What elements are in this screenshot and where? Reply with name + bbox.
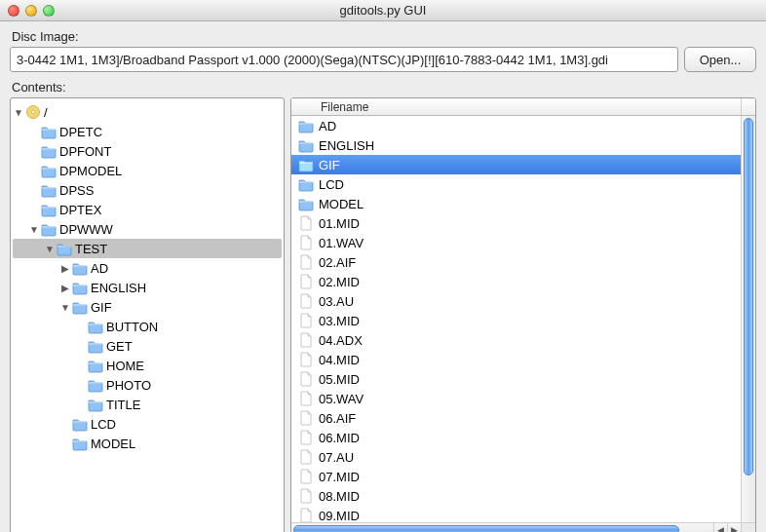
list-row[interactable]: 03.MID (291, 311, 741, 330)
file-icon (297, 313, 315, 328)
folder-icon (297, 176, 315, 192)
list-row[interactable]: LCD (291, 174, 741, 194)
contents-label: Contents: (12, 80, 756, 95)
scroll-corner (741, 522, 755, 532)
tree-node[interactable]: GET (13, 336, 282, 356)
file-icon (297, 449, 315, 465)
window-controls (0, 5, 55, 17)
list-row[interactable]: 07.AU (291, 447, 741, 467)
tree-node[interactable]: ▶ENGLISH (13, 278, 282, 297)
list-row-label: 08.MID (319, 489, 360, 504)
list-row[interactable]: 04.MID (291, 350, 741, 369)
folder-icon (297, 196, 315, 211)
tree-node[interactable]: PHOTO (13, 375, 282, 395)
list-row[interactable]: MODEL (291, 194, 741, 213)
folder-icon (87, 358, 104, 373)
list-row-label: 01.WAV (319, 236, 364, 250)
file-icon (297, 293, 315, 309)
folder-icon (40, 182, 57, 198)
horizontal-scrollbar[interactable]: ◀ ▶ (291, 522, 741, 532)
list-column-header-label: Filename (321, 100, 368, 114)
file-icon (297, 352, 315, 367)
disclosure-triangle-icon[interactable]: ▶ (59, 263, 71, 274)
disc-image-label: Disc Image: (12, 29, 756, 44)
list-row[interactable]: 02.MID (291, 272, 741, 291)
list-row-label: 06.MID (319, 431, 360, 445)
close-window-button[interactable] (8, 5, 19, 17)
tree-node[interactable]: ▼/ (13, 102, 282, 122)
tree-node[interactable]: TITLE (13, 395, 282, 414)
disc-image-path-field[interactable]: 3-0442 1M1, 1M3]/Broadband Passport v1.0… (10, 47, 678, 72)
list-row-label: GIF (319, 158, 340, 172)
list-row-label: AD (319, 119, 336, 133)
tree-node[interactable]: ▼DPWWW (13, 219, 282, 239)
file-icon (297, 508, 315, 523)
tree-node-label: DPTEX (59, 203, 101, 217)
list-row[interactable]: 06.MID (291, 428, 741, 447)
tree-node[interactable]: ▶AD (13, 258, 282, 278)
tree-node-label: PHOTO (106, 378, 151, 393)
disclosure-triangle-icon[interactable]: ▼ (13, 107, 24, 118)
list-row[interactable]: 01.WAV (291, 233, 741, 252)
folder-icon (40, 143, 57, 159)
list-row[interactable]: 03.AU (291, 291, 741, 311)
tree-node[interactable]: DPSS (13, 180, 282, 200)
list-row[interactable]: 05.MID (291, 369, 741, 389)
list-row[interactable]: 04.ADX (291, 330, 741, 350)
list-row[interactable]: ENGLISH (291, 135, 741, 155)
folder-icon (40, 163, 57, 178)
zoom-window-button[interactable] (43, 5, 55, 17)
tree-node[interactable]: ▼TEST (13, 239, 282, 258)
tree-node[interactable]: DPTEX (13, 200, 282, 219)
folder-icon (40, 221, 57, 237)
minimize-window-button[interactable] (25, 5, 37, 17)
file-icon (297, 469, 315, 484)
open-button[interactable]: Open... (684, 47, 756, 72)
tree-node[interactable]: HOME (13, 356, 282, 375)
scroll-left-arrow-icon[interactable]: ◀ (713, 523, 727, 532)
disclosure-triangle-icon[interactable]: ▼ (44, 244, 56, 254)
folder-icon (297, 137, 315, 153)
list-row-label: 04.MID (319, 353, 360, 367)
file-list-pane[interactable]: Filename ADENGLISHGIFLCDMODEL01.MID01.WA… (290, 97, 756, 532)
tree-node[interactable]: DPMODEL (13, 161, 282, 180)
folder-icon (297, 157, 315, 172)
titlebar: gditools.py GUI (0, 0, 766, 21)
tree-node-label: MODEL (91, 437, 135, 451)
horizontal-scroll-thumb[interactable] (293, 525, 679, 532)
tree-node[interactable]: MODEL (13, 434, 282, 453)
disclosure-triangle-icon[interactable]: ▶ (59, 283, 71, 293)
list-row[interactable]: 05.WAV (291, 389, 741, 408)
file-icon (297, 254, 315, 270)
disclosure-triangle-icon[interactable]: ▼ (28, 224, 40, 235)
list-row[interactable]: 08.MID (291, 486, 741, 506)
file-icon (297, 274, 315, 289)
folder-icon (87, 377, 104, 393)
tree-pane[interactable]: ▼/DPETCDPFONTDPMODELDPSSDPTEX▼DPWWW▼TEST… (10, 97, 285, 532)
list-row-label: 03.AU (319, 294, 354, 309)
tree-node[interactable]: ▼GIF (13, 297, 282, 317)
list-column-header[interactable]: Filename (291, 98, 755, 116)
folder-icon (297, 118, 315, 133)
disclosure-triangle-icon[interactable]: ▼ (59, 302, 71, 313)
folder-icon (40, 124, 57, 139)
list-row[interactable]: 06.AIF (291, 408, 741, 428)
scroll-right-arrow-icon[interactable]: ▶ (727, 523, 741, 532)
tree-node[interactable]: BUTTON (13, 317, 282, 336)
tree-node[interactable]: DPETC (13, 122, 282, 141)
file-icon (297, 215, 315, 231)
list-row[interactable]: 02.AIF (291, 252, 741, 272)
list-row-label: 04.ADX (319, 333, 363, 348)
vertical-scrollbar[interactable] (741, 116, 755, 522)
tree-node-label: LCD (91, 417, 116, 432)
vertical-scroll-thumb[interactable] (744, 118, 753, 475)
list-row[interactable]: 01.MID (291, 213, 741, 233)
list-row[interactable]: GIF (291, 155, 741, 174)
tree-node[interactable]: LCD (13, 414, 282, 434)
tree-node-label: GET (106, 339, 133, 354)
folder-icon (71, 436, 89, 451)
tree-node[interactable]: DPFONT (13, 141, 282, 161)
list-row-label: LCD (319, 177, 344, 192)
list-row[interactable]: AD (291, 116, 741, 135)
list-row[interactable]: 07.MID (291, 467, 741, 486)
